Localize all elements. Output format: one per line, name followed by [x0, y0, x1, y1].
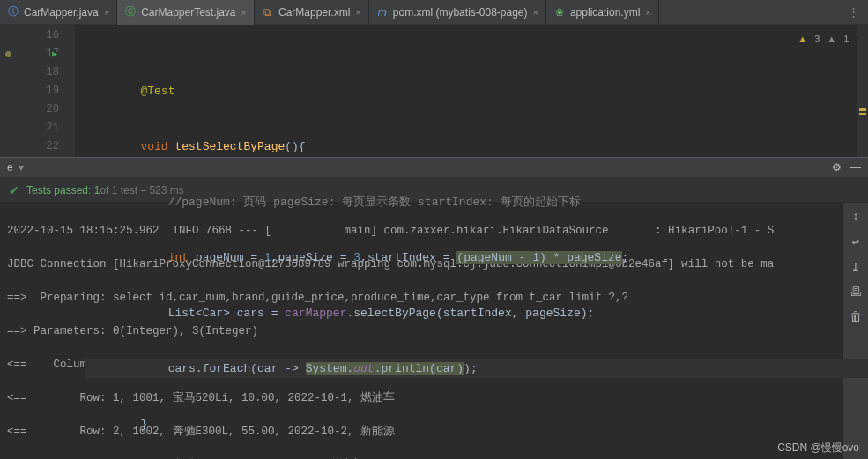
number: 1 — [264, 251, 271, 264]
gutter: 16 17▶ 18 19 20 21 22 — [0, 25, 75, 157]
warning-icon: ▲ — [798, 30, 807, 48]
xml-icon: ⧉ — [262, 6, 274, 19]
close-icon[interactable]: × — [533, 7, 538, 18]
line-number: 21 — [47, 122, 59, 134]
static-field: out — [353, 362, 374, 375]
vcs-marker-icon — [5, 51, 11, 57]
weak-warning-count: 1 — [843, 30, 849, 48]
maven-icon: m — [376, 6, 389, 19]
warning-count: 3 — [814, 30, 820, 48]
tab-carmapper-xml[interactable]: ⧉CarMapper.xml× — [255, 0, 369, 25]
code-content[interactable]: ▲3▲1ˇ @Test void testSelectByPage(){ //p… — [75, 25, 868, 157]
tab-label: CarMapperTest.java — [141, 6, 235, 19]
field: carMapper — [285, 307, 346, 320]
warning-marker[interactable] — [859, 108, 866, 111]
keyword: void — [140, 140, 174, 153]
inspection-widget[interactable]: ▲3▲1ˇ — [798, 30, 859, 48]
tab-label: CarMapper.java — [24, 6, 99, 19]
spring-icon: ❀ — [553, 6, 566, 19]
tab-carmapper-java[interactable]: ⒾCarMapper.java× — [0, 0, 117, 25]
highlighted: (pageNum - 1) * pageSize — [456, 251, 621, 264]
more-icon[interactable]: ⋮ — [839, 5, 868, 19]
annotation: @Test — [140, 85, 174, 98]
close-icon[interactable]: × — [241, 7, 247, 18]
check-icon: ✔ — [9, 183, 19, 197]
close-icon[interactable]: × — [104, 7, 109, 18]
line-number: 20 — [47, 103, 59, 115]
tab-label: CarMapper.xml — [278, 6, 350, 19]
tab-application-yml[interactable]: ❀application.yml× — [546, 0, 659, 25]
tab-label: pom.xml (mybatis-008-page) — [393, 6, 528, 19]
weak-warning-icon: ▲ — [827, 30, 836, 48]
tab-carmappertest-java[interactable]: ⒸCarMapperTest.java× — [117, 0, 255, 25]
run-icon[interactable]: ▶ — [52, 45, 57, 63]
editor-tabs: ⒾCarMapper.java× ⒸCarMapperTest.java× ⧉C… — [0, 0, 868, 25]
tab-label: application.yml — [570, 6, 640, 19]
chevron-down-icon[interactable]: ▾ — [19, 161, 24, 174]
close-icon[interactable]: × — [355, 7, 360, 18]
tab-pom-xml[interactable]: mpom.xml (mybatis-008-page)× — [369, 0, 546, 25]
close-icon[interactable]: × — [645, 7, 650, 18]
java-class-icon: Ⓒ — [124, 6, 137, 19]
method-name: testSelectByPage — [174, 140, 285, 153]
number: 3 — [353, 251, 360, 264]
warning-marker[interactable] — [859, 113, 866, 115]
line-number: 19 — [47, 85, 59, 97]
line-number: 18 — [47, 66, 59, 78]
editor-area[interactable]: 16 17▶ 18 19 20 21 22 ▲3▲1ˇ @Test void t… — [0, 25, 868, 157]
comment: //pageNum: 页码 pageSize: 每页显示条数 startInde… — [168, 196, 581, 209]
keyword: int — [168, 251, 196, 264]
line-number: 16 — [47, 29, 59, 41]
tool-title: e — [7, 161, 13, 174]
line-number: 22 — [47, 140, 59, 152]
java-interface-icon: Ⓘ — [7, 6, 19, 19]
watermark: CSDN @慢慢ovo — [777, 440, 859, 455]
marker-bar[interactable] — [857, 25, 868, 157]
